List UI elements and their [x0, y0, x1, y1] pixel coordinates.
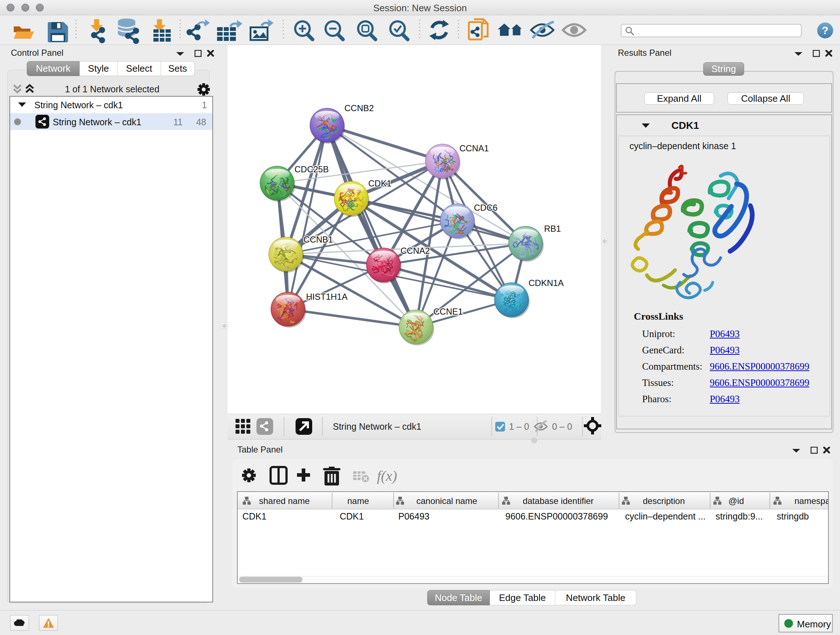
svg-text:HIST1H1A: HIST1H1A [306, 292, 347, 302]
svg-text:namespac: namespac [794, 496, 828, 506]
svg-text:description: description [643, 496, 685, 506]
svg-text:name: name [347, 496, 369, 506]
svg-text:shared name: shared name [259, 496, 309, 506]
svg-text:CCNA2: CCNA2 [401, 246, 430, 256]
svg-text:String Network – cdk1: String Network – cdk1 [333, 421, 422, 432]
svg-text:CDKN1A: CDKN1A [529, 278, 564, 288]
svg-text:CCNA1: CCNA1 [459, 143, 489, 153]
svg-text:CDC6: CDC6 [474, 203, 497, 212]
svg-text:CCNE1: CCNE1 [433, 307, 463, 317]
svg-text:@id: @id [728, 496, 744, 506]
svg-text:CCNB1: CCNB1 [303, 234, 333, 244]
svg-text:CDC25B: CDC25B [294, 165, 329, 174]
svg-text:0 – 0: 0 – 0 [552, 421, 572, 432]
svg-text:RB1: RB1 [544, 224, 561, 233]
svg-text:1 – 0: 1 – 0 [509, 421, 529, 432]
svg-text:database identifier: database identifier [523, 496, 594, 506]
svg-text:CCNB2: CCNB2 [344, 103, 374, 113]
svg-text:canonical name: canonical name [416, 496, 477, 506]
svg-text:CDK1: CDK1 [368, 179, 392, 188]
svg-text:f(x): f(x) [377, 468, 397, 484]
